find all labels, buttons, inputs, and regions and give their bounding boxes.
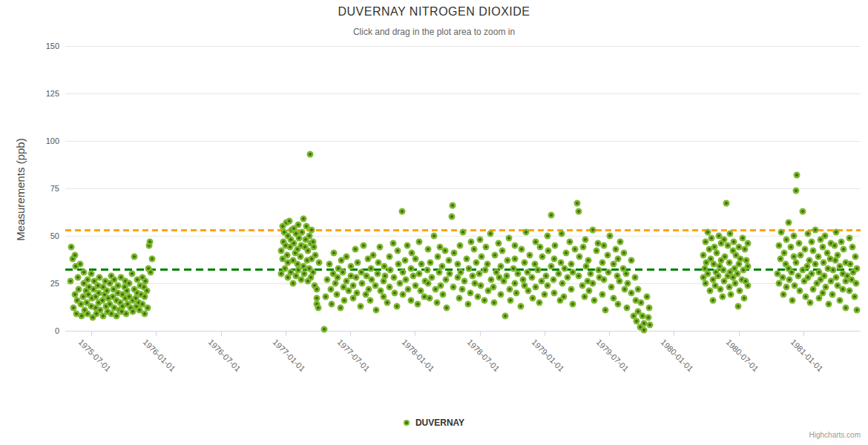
scatter-point[interactable] <box>792 259 799 266</box>
scatter-point[interactable] <box>315 305 321 312</box>
scatter-point[interactable] <box>286 217 293 224</box>
scatter-point[interactable] <box>512 255 519 262</box>
scatter-point[interactable] <box>776 280 783 287</box>
scatter-point[interactable] <box>384 299 391 306</box>
scatter-point[interactable] <box>389 240 396 247</box>
scatter-point[interactable] <box>81 268 88 275</box>
scatter-point[interactable] <box>367 265 374 271</box>
scatter-point[interactable] <box>457 268 464 275</box>
scatter-point[interactable] <box>522 259 528 266</box>
scatter-point[interactable] <box>840 286 846 292</box>
scatter-point[interactable] <box>399 268 406 275</box>
scatter-point[interactable] <box>331 250 338 257</box>
scatter-point[interactable] <box>147 268 154 275</box>
scatter-point[interactable] <box>566 238 573 245</box>
scatter-point[interactable] <box>407 265 414 271</box>
scatter-point[interactable] <box>434 254 441 260</box>
scatter-point[interactable] <box>309 268 316 275</box>
scatter-point[interactable] <box>796 288 803 294</box>
scatter-point[interactable] <box>646 322 653 329</box>
scatter-point[interactable] <box>343 278 350 285</box>
scatter-point[interactable] <box>464 301 471 308</box>
scatter-point[interactable] <box>591 297 598 304</box>
scatter-point[interactable] <box>552 242 559 248</box>
scatter-point[interactable] <box>585 257 592 264</box>
scatter-point[interactable] <box>835 251 841 258</box>
scatter-point[interactable] <box>568 286 574 292</box>
scatter-point[interactable] <box>846 288 852 294</box>
scatter-point[interactable] <box>561 265 568 271</box>
scatter-point[interactable] <box>359 280 366 287</box>
scatter-point[interactable] <box>602 306 609 313</box>
scatter-point[interactable] <box>435 268 442 275</box>
scatter-point[interactable] <box>361 242 367 248</box>
scatter-point[interactable] <box>431 233 438 240</box>
scatter-point[interactable] <box>392 289 398 296</box>
scatter-point[interactable] <box>569 301 576 308</box>
scatter-point[interactable] <box>544 233 550 240</box>
scatter-point[interactable] <box>467 238 474 245</box>
scatter-point[interactable] <box>723 200 729 207</box>
scatter-point[interactable] <box>418 261 425 268</box>
scatter-point[interactable] <box>427 259 434 266</box>
scatter-point[interactable] <box>582 237 589 243</box>
scatter-point[interactable] <box>532 284 539 291</box>
legend-item-duvernay[interactable]: DUVERNAY <box>0 418 868 428</box>
scatter-point[interactable] <box>791 233 798 240</box>
scatter-point[interactable] <box>726 231 733 237</box>
scatter-point[interactable] <box>631 274 638 281</box>
scatter-point[interactable] <box>786 220 792 226</box>
scatter-point[interactable] <box>407 297 414 304</box>
scatter-point[interactable] <box>289 280 296 287</box>
scatter-point[interactable] <box>605 268 611 275</box>
scatter-point[interactable] <box>366 286 372 292</box>
scatter-point[interactable] <box>427 295 433 302</box>
scatter-point[interactable] <box>473 259 480 266</box>
scatter-point[interactable] <box>728 291 734 298</box>
scatter-point[interactable] <box>449 202 456 209</box>
scatter-point[interactable] <box>599 259 605 266</box>
scatter-point[interactable] <box>802 245 809 252</box>
scatter-point[interactable] <box>794 172 800 179</box>
scatter-point[interactable] <box>367 297 374 304</box>
scatter-point[interactable] <box>438 282 444 289</box>
scatter-point[interactable] <box>75 286 82 292</box>
scatter-point[interactable] <box>335 274 341 281</box>
scatter-point[interactable] <box>789 297 796 304</box>
scatter-point[interactable] <box>846 261 853 268</box>
scatter-point[interactable] <box>726 284 732 291</box>
scatter-point[interactable] <box>465 265 472 271</box>
scatter-point[interactable] <box>395 248 401 254</box>
scatter-point[interactable] <box>72 251 79 258</box>
scatter-point[interactable] <box>793 187 800 194</box>
scatter-point[interactable] <box>500 278 507 285</box>
scatter-point[interactable] <box>372 282 378 289</box>
scatter-point[interactable] <box>783 237 790 243</box>
scatter-point[interactable] <box>77 261 84 268</box>
scatter-point[interactable] <box>313 286 320 292</box>
scatter-point[interactable] <box>558 231 565 237</box>
scatter-point[interactable] <box>808 271 815 277</box>
scatter-point[interactable] <box>412 255 419 262</box>
scatter-point[interactable] <box>740 234 746 241</box>
scatter-point[interactable] <box>429 274 435 281</box>
scatter-point[interactable] <box>795 240 802 247</box>
scatter-point[interactable] <box>487 231 494 237</box>
scatter-point[interactable] <box>700 251 707 258</box>
scatter-point[interactable] <box>582 263 589 269</box>
scatter-point[interactable] <box>608 284 614 291</box>
scatter-point[interactable] <box>403 276 410 283</box>
scatter-point[interactable] <box>555 271 562 277</box>
scatter-point[interactable] <box>424 245 431 252</box>
scatter-point[interactable] <box>476 237 483 243</box>
scatter-point[interactable] <box>297 254 303 260</box>
scatter-point[interactable] <box>851 293 858 300</box>
scatter-point[interactable] <box>497 263 504 269</box>
scatter-point[interactable] <box>644 293 651 300</box>
scatter-point[interactable] <box>352 245 359 252</box>
scatter-point[interactable] <box>461 278 467 285</box>
scatter-point[interactable] <box>822 233 829 240</box>
scatter-point[interactable] <box>308 227 315 234</box>
scatter-point[interactable] <box>499 248 506 254</box>
scatter-point[interactable] <box>148 255 155 262</box>
